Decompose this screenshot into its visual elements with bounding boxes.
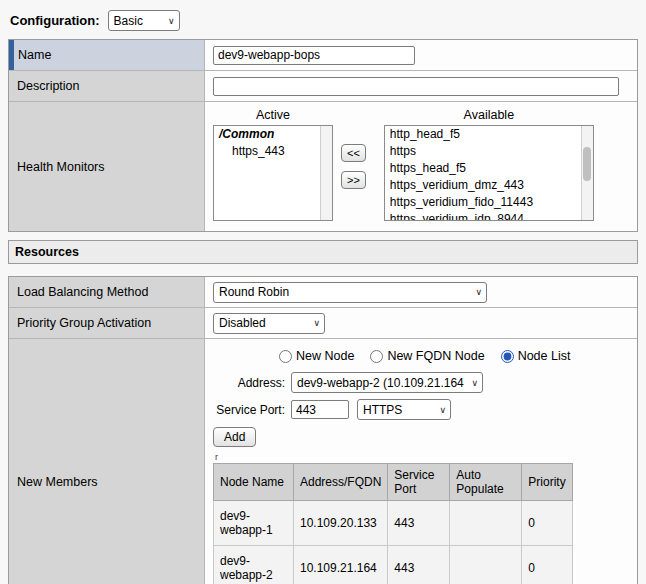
member-row[interactable]: dev9-webapp-2 10.109.21.164 443 0: [214, 546, 573, 584]
description-value-cell: [205, 71, 637, 101]
pool-configuration-page: Configuration: Basic ∨ Name Description: [0, 0, 646, 584]
member-node-name: dev9-webapp-2: [214, 546, 294, 584]
members-table-header-row: Node Name Address/FQDN Service Port Auto…: [214, 464, 573, 501]
load-balancing-label: Load Balancing Method: [17, 285, 148, 299]
move-buttons-column: << >>: [341, 144, 366, 189]
col-header-auto-populate: Auto Populate: [450, 464, 522, 501]
available-monitor-item[interactable]: https_veridium_fido_11443: [385, 194, 593, 211]
active-monitor-item[interactable]: https_443: [214, 143, 332, 160]
configuration-select[interactable]: Basic: [108, 10, 180, 31]
col-header-priority: Priority: [522, 464, 572, 501]
radio-new-node[interactable]: New Node: [279, 349, 354, 363]
name-label: Name: [18, 48, 51, 62]
member-port: 443: [388, 501, 450, 546]
health-monitors-label-cell: Health Monitors: [9, 102, 205, 231]
available-monitors-column: Available http_head_f5 https https_head_…: [384, 108, 594, 221]
address-select[interactable]: dev9-webapp-2 (10.109.21.164): [291, 372, 483, 393]
priority-group-select[interactable]: Disabled: [213, 313, 325, 334]
member-priority: 0: [522, 501, 572, 546]
node-list-radio[interactable]: [501, 350, 514, 363]
col-header-service-port: Service Port: [388, 464, 450, 501]
active-monitors-listbox[interactable]: /Common https_443: [213, 125, 333, 221]
configuration-label: Configuration:: [10, 13, 100, 28]
available-monitor-item[interactable]: https_veridium_dmz_443: [385, 177, 593, 194]
service-select[interactable]: HTTPS: [357, 399, 451, 420]
scrollbar-track[interactable]: [581, 126, 593, 220]
member-node-name: dev9-webapp-1: [214, 501, 294, 546]
scrollbar-thumb[interactable]: [583, 147, 591, 181]
available-monitor-item[interactable]: https: [385, 143, 593, 160]
service-port-label: Service Port:: [216, 403, 285, 417]
health-monitors-label: Health Monitors: [17, 160, 105, 174]
priority-group-label-cell: Priority Group Activation: [9, 308, 205, 338]
list-group-common: /Common: [214, 126, 332, 143]
member-port: 443: [388, 546, 450, 584]
new-fqdn-node-radio[interactable]: [370, 350, 383, 363]
description-label: Description: [17, 79, 80, 93]
member-address: 10.109.21.164: [294, 546, 388, 584]
new-members-label-cell: New Members: [9, 339, 205, 584]
available-monitor-item[interactable]: https_veridium_idp_8944: [385, 211, 593, 221]
name-row: Name: [9, 40, 637, 70]
new-members-value-cell: New Node New FQDN Node Node List Address…: [205, 339, 637, 584]
health-monitors-row: Health Monitors Active /Common https_443…: [9, 101, 637, 231]
move-to-available-button[interactable]: >>: [341, 171, 366, 189]
description-label-cell: Description: [9, 71, 205, 101]
move-to-active-button[interactable]: <<: [341, 144, 366, 162]
load-balancing-row: Load Balancing Method Round Robin ∨: [9, 277, 637, 307]
health-monitors-value-cell: Active /Common https_443 << >> Available: [205, 102, 637, 231]
priority-group-label: Priority Group Activation: [17, 316, 151, 330]
load-balancing-value-cell: Round Robin ∨: [205, 277, 637, 307]
health-monitors-dual-list: Active /Common https_443 << >> Available: [213, 108, 629, 221]
member-auto-populate: [450, 546, 522, 584]
resources-table: Load Balancing Method Round Robin ∨ Prio…: [8, 276, 638, 584]
new-member-form: Address: dev9-webapp-2 (10.109.21.164) ∨…: [213, 372, 629, 420]
description-input[interactable]: [213, 77, 619, 96]
new-members-label: New Members: [17, 475, 98, 489]
member-row[interactable]: dev9-webapp-1 10.109.20.133 443 0: [214, 501, 573, 546]
active-monitors-column: Active /Common https_443: [213, 108, 333, 221]
service-port-controls: HTTPS ∨: [291, 399, 451, 420]
member-auto-populate: [450, 501, 522, 546]
resources-section-header: Resources: [8, 240, 638, 264]
add-button[interactable]: Add: [213, 427, 256, 447]
priority-group-row: Priority Group Activation Disabled ∨: [9, 307, 637, 338]
available-monitors-listbox[interactable]: http_head_f5 https https_head_f5 https_v…: [384, 125, 594, 221]
name-value-cell: [205, 40, 637, 70]
priority-group-value-cell: Disabled ∨: [205, 308, 637, 338]
general-properties-table: Name Description Health Monitors Active: [8, 39, 638, 232]
new-node-radio[interactable]: [279, 350, 292, 363]
available-monitor-item[interactable]: https_head_f5: [385, 160, 593, 177]
address-label: Address:: [238, 376, 285, 390]
description-row: Description: [9, 70, 637, 101]
node-list-radio-label: Node List: [518, 349, 571, 363]
members-table: Node Name Address/FQDN Service Port Auto…: [213, 463, 573, 584]
member-priority: 0: [522, 546, 572, 584]
stray-text: r: [215, 453, 629, 462]
configuration-row: Configuration: Basic ∨: [10, 10, 636, 31]
new-node-radio-label: New Node: [296, 349, 354, 363]
col-header-node-name: Node Name: [214, 464, 294, 501]
name-input[interactable]: [213, 46, 415, 65]
available-list-title: Available: [384, 108, 594, 122]
new-fqdn-node-radio-label: New FQDN Node: [387, 349, 484, 363]
load-balancing-select[interactable]: Round Robin: [213, 282, 487, 303]
name-label-cell: Name: [9, 40, 205, 70]
scrollbar-track[interactable]: [320, 126, 332, 220]
service-port-input[interactable]: [291, 400, 349, 419]
node-type-radio-group: New Node New FQDN Node Node List: [279, 349, 629, 363]
available-monitor-item[interactable]: http_head_f5: [385, 126, 593, 143]
resources-title: Resources: [15, 245, 79, 259]
active-list-title: Active: [213, 108, 333, 122]
new-members-row: New Members New Node New FQDN Node Node …: [9, 338, 637, 584]
radio-node-list[interactable]: Node List: [501, 349, 571, 363]
radio-new-fqdn-node[interactable]: New FQDN Node: [370, 349, 484, 363]
load-balancing-label-cell: Load Balancing Method: [9, 277, 205, 307]
col-header-address-fqdn: Address/FQDN: [294, 464, 388, 501]
member-address: 10.109.20.133: [294, 501, 388, 546]
